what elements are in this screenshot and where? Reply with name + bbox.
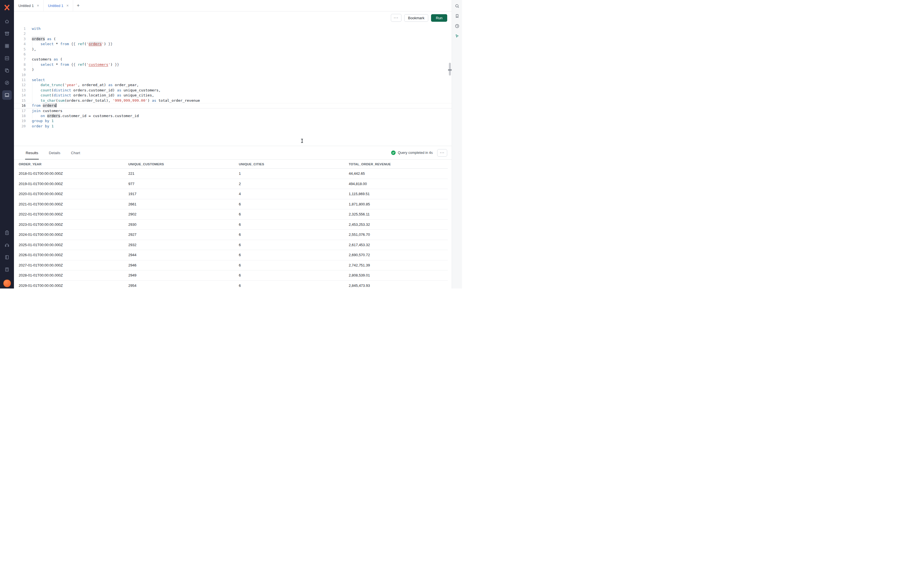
sidebar-item-clipboard-icon[interactable] bbox=[2, 228, 12, 237]
user-avatar[interactable] bbox=[3, 279, 11, 287]
hex-logo-icon[interactable] bbox=[0, 0, 14, 15]
table-row-1[interactable]: 2018-01-01T00:00:00.000Z221144,442.65 bbox=[18, 169, 448, 179]
scrollbar-thumb[interactable] bbox=[449, 63, 451, 76]
code-line-13[interactable]: 13 count(distinct orders.customer_id) as… bbox=[14, 88, 452, 93]
table-row-12[interactable]: 2029-01-01T00:00:00.000Z295462,845,473.9… bbox=[18, 281, 448, 289]
table-row-11[interactable]: 2028-01-01T00:00:00.000Z294962,808,539.0… bbox=[18, 271, 448, 281]
table-row-8[interactable]: 2025-01-01T00:00:00.000Z293262,617,453.3… bbox=[18, 240, 448, 250]
cell-unique_customers: 2930 bbox=[128, 222, 239, 227]
code-line-17[interactable]: 17join customers bbox=[14, 108, 452, 113]
line-content: select bbox=[31, 77, 452, 82]
code-line-5[interactable]: 5), bbox=[14, 47, 452, 52]
code-line-4[interactable]: 4 select * from {{ ref('orders') }} bbox=[14, 42, 452, 47]
code-line-7[interactable]: 7customers as ( bbox=[14, 57, 452, 62]
code-token: with bbox=[32, 26, 40, 31]
code-line-15[interactable]: 15 to_char(sum(orders.order_total), '999… bbox=[14, 98, 452, 103]
code-token: * bbox=[53, 63, 60, 67]
code-line-3[interactable]: 3orders as ( bbox=[14, 37, 452, 42]
cell-unique_cities: 6 bbox=[239, 212, 349, 216]
document-tab-2[interactable]: Untitled 1× bbox=[44, 0, 73, 11]
cell-unique_cities: 4 bbox=[239, 192, 349, 196]
table-row-10[interactable]: 2027-01-01T00:00:00.000Z294662,742,751.3… bbox=[18, 260, 448, 271]
code-token: customers bbox=[32, 57, 53, 61]
results-tab-results[interactable]: Results bbox=[25, 146, 39, 160]
code-line-11[interactable]: 11select bbox=[14, 77, 452, 82]
document-tab-1[interactable]: Untitled 1× bbox=[14, 0, 44, 11]
editor-scrollbar[interactable] bbox=[448, 27, 452, 146]
cell-total_order_revenue: 1,871,800.85 bbox=[349, 202, 448, 206]
sidebar-item-notebook-icon[interactable] bbox=[2, 253, 12, 262]
sidebar-item-code-square-icon[interactable] bbox=[2, 53, 12, 63]
table-row-4[interactable]: 2021-01-01T00:00:00.000Z266161,871,800.8… bbox=[18, 199, 448, 210]
line-number: 5 bbox=[14, 47, 26, 52]
line-number: 18 bbox=[14, 113, 26, 118]
line-content: count(distinct orders.customer_id) as un… bbox=[31, 88, 452, 93]
rail-pointer-icon[interactable] bbox=[453, 32, 460, 40]
sidebar-item-collections-icon[interactable] bbox=[2, 29, 12, 39]
code-token: from bbox=[60, 42, 69, 46]
rail-explore-icon[interactable] bbox=[453, 2, 460, 10]
cell-unique_cities: 6 bbox=[239, 243, 349, 247]
code-line-19[interactable]: 19group by 1 bbox=[14, 118, 452, 124]
code-token: }} bbox=[108, 42, 113, 46]
code-line-18[interactable]: 18 on orders.customer_id = customers.cus… bbox=[14, 113, 452, 118]
cell-unique_cities: 6 bbox=[239, 284, 349, 288]
code-line-10[interactable]: 10 bbox=[14, 73, 452, 77]
line-number: 12 bbox=[14, 82, 26, 87]
sidebar-item-windows-icon[interactable] bbox=[2, 66, 12, 75]
column-header-unique_customers[interactable]: UNIQUE_CUSTOMERS bbox=[128, 163, 239, 166]
code-line-9[interactable]: 9) bbox=[14, 67, 452, 72]
code-lines: 1with2 3orders as (4 select * from {{ re… bbox=[14, 24, 452, 129]
cell-unique_cities: 6 bbox=[239, 263, 349, 267]
code-line-8[interactable]: 8 select * from {{ ref('customers') }} bbox=[14, 62, 452, 67]
tab-close-icon[interactable]: × bbox=[36, 3, 40, 8]
indent-guide bbox=[32, 113, 32, 118]
code-line-1[interactable]: 1with bbox=[14, 26, 452, 31]
table-row-5[interactable]: 2022-01-01T00:00:00.000Z290262,325,556.1… bbox=[18, 210, 448, 220]
line-content: ), bbox=[31, 47, 452, 52]
table-row-7[interactable]: 2024-01-01T00:00:00.000Z292762,551,076.7… bbox=[18, 230, 448, 240]
sidebar-item-compass-icon[interactable] bbox=[2, 78, 12, 87]
sidebar-item-grid-icon[interactable] bbox=[2, 41, 12, 51]
line-content: orders as ( bbox=[31, 37, 452, 42]
results-more-button[interactable]: ··· bbox=[437, 149, 447, 157]
more-options-button[interactable]: ··· bbox=[391, 14, 401, 22]
cell-unique_customers: 977 bbox=[128, 182, 239, 186]
code-token: ) bbox=[32, 68, 34, 72]
code-token: 1 bbox=[51, 119, 53, 123]
code-token: orders.customer_id) bbox=[71, 88, 117, 92]
new-tab-button[interactable]: + bbox=[73, 0, 83, 11]
table-row-9[interactable]: 2026-01-01T00:00:00.000Z294462,690,570.7… bbox=[18, 250, 448, 260]
code-token: , ordered_at) bbox=[78, 83, 108, 87]
tab-close-icon[interactable]: × bbox=[66, 3, 69, 8]
code-token: order by bbox=[32, 124, 49, 128]
column-header-unique_cities[interactable]: UNIQUE_CITIES bbox=[239, 163, 349, 166]
run-button[interactable]: Run bbox=[431, 14, 447, 22]
column-header-total_order_revenue[interactable]: TOTAL_ORDER_REVENUE bbox=[349, 163, 448, 166]
code-token: order_year, bbox=[113, 83, 139, 87]
code-token: ' bbox=[87, 42, 89, 46]
sidebar-item-headphones-icon[interactable] bbox=[2, 240, 12, 250]
column-header-order_year[interactable]: ORDER_YEAR bbox=[19, 163, 128, 166]
code-line-16[interactable]: 16from orders bbox=[14, 103, 452, 108]
code-line-20[interactable]: 20order by 1 bbox=[14, 124, 452, 129]
code-token: ) bbox=[148, 98, 152, 103]
bookmark-button[interactable]: Bookmark bbox=[404, 14, 428, 22]
code-line-12[interactable]: 12 date_trunc('year', ordered_at) as ord… bbox=[14, 82, 452, 87]
code-line-14[interactable]: 14 count(distinct orders.location_id) as… bbox=[14, 93, 452, 98]
sql-editor[interactable]: 1with2 3orders as (4 select * from {{ re… bbox=[14, 24, 452, 146]
table-row-6[interactable]: 2023-01-01T00:00:00.000Z293062,453,253.3… bbox=[18, 220, 448, 230]
code-line-2[interactable]: 2 bbox=[14, 31, 452, 36]
table-row-2[interactable]: 2019-01-01T00:00:00.000Z9772494,818.00 bbox=[18, 179, 448, 189]
rail-history-icon[interactable] bbox=[453, 22, 460, 29]
sidebar-item-terminal-icon[interactable] bbox=[2, 90, 12, 100]
results-tab-chart[interactable]: Chart bbox=[70, 146, 81, 160]
code-line-6[interactable]: 6 bbox=[14, 52, 452, 57]
rail-bookmark-icon[interactable] bbox=[453, 12, 460, 19]
table-row-3[interactable]: 2020-01-01T00:00:00.000Z191741,115,869.5… bbox=[18, 189, 448, 199]
sidebar-item-calculator-icon[interactable] bbox=[2, 265, 12, 274]
code-token bbox=[45, 37, 47, 41]
code-token: to_char bbox=[40, 98, 56, 103]
results-tab-details[interactable]: Details bbox=[48, 146, 61, 160]
sidebar-item-home-icon[interactable] bbox=[2, 17, 12, 26]
